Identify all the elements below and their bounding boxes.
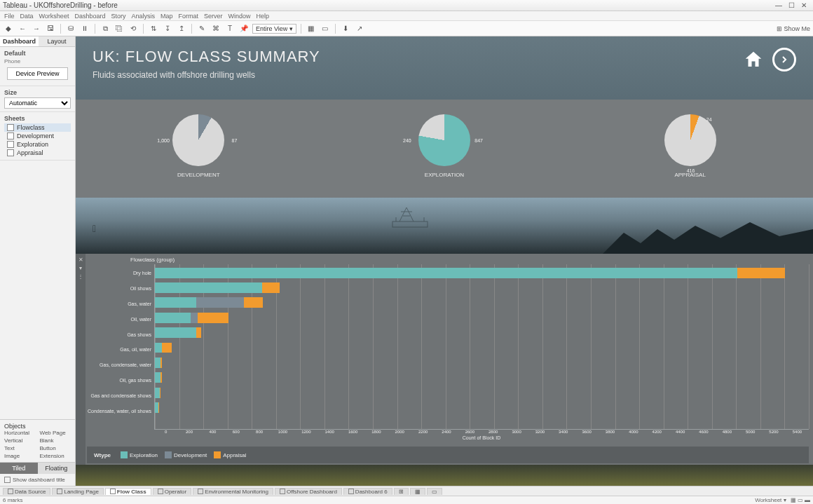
new-worksheet-button[interactable]: ⧉ (100, 23, 111, 34)
menu-dashboard[interactable]: Dashboard (74, 13, 105, 20)
object-image[interactable]: Image (4, 453, 36, 459)
object-vertical[interactable]: Vertical (4, 437, 36, 444)
tiled-button[interactable]: Tiled (0, 463, 38, 474)
bar-row[interactable] (155, 327, 809, 338)
bar-segment-appraisal[interactable] (196, 327, 201, 338)
show-me-button[interactable]: ⊞ Show Me (777, 25, 810, 32)
bar-segment-appraisal[interactable] (160, 388, 160, 398)
pie-appraisal[interactable]: 24 416 APPRAISAL (664, 114, 716, 178)
show-title-checkbox[interactable]: Show dashboard title (0, 474, 75, 486)
bar-row[interactable] (155, 357, 809, 368)
tab-data-source[interactable]: Data Source (3, 488, 50, 495)
device-preview-button[interactable]: Device Preview (7, 67, 68, 80)
bar-row[interactable] (155, 313, 809, 323)
sheet-item-flowclass[interactable]: Flowclass (4, 123, 71, 132)
cards-button[interactable]: ▦ (306, 23, 317, 34)
clear-button[interactable]: ⟲ (128, 23, 139, 34)
back-button[interactable]: ← (17, 23, 28, 34)
tab-landing-page[interactable]: Landing Page (52, 488, 103, 495)
menu-worksheet[interactable]: Worksheet (39, 13, 69, 20)
bar-row[interactable] (155, 282, 809, 293)
share-button[interactable]: ↗ (354, 23, 365, 34)
object-text[interactable]: Text (4, 445, 36, 451)
new-dashboard-tab[interactable]: ▦ (410, 488, 425, 495)
menu-file[interactable]: File (4, 13, 15, 20)
minimize-button[interactable]: — (772, 1, 785, 9)
bar-segment-appraisal[interactable] (737, 268, 785, 278)
more-icon[interactable]: ⋮ (78, 273, 83, 280)
legend-appraisal[interactable]: Appraisal (214, 451, 246, 458)
tab-dashboard[interactable]: Dashboard (0, 36, 39, 46)
tab-environmental[interactable]: Environmental Monitoring (193, 488, 273, 495)
bars-plot-area[interactable] (154, 264, 809, 430)
pause-button[interactable]: ⏸ (79, 23, 90, 34)
next-button[interactable] (772, 48, 796, 71)
object-blank[interactable]: Blank (40, 437, 71, 444)
tab-layout[interactable]: Layout (39, 36, 75, 46)
bar-segment-exploration[interactable] (155, 313, 191, 323)
sheet-item-development[interactable]: Development (4, 132, 71, 140)
bar-row[interactable] (155, 372, 809, 383)
labels-button[interactable]: T (224, 23, 235, 34)
close-icon[interactable]: ✕ (78, 257, 83, 263)
home-icon[interactable] (742, 48, 765, 71)
bar-segment-development[interactable] (196, 297, 244, 308)
bar-segment-appraisal[interactable] (198, 313, 228, 323)
bar-segment-appraisal[interactable] (158, 402, 159, 413)
bar-segment-appraisal[interactable] (160, 372, 162, 383)
size-dropdown[interactable]: Automatic (4, 97, 71, 109)
highlight-button[interactable]: ✎ (196, 23, 207, 34)
object-button[interactable]: Button (40, 445, 71, 451)
bar-segment-exploration[interactable] (155, 388, 160, 398)
bar-segment-appraisal[interactable] (162, 343, 172, 353)
sheet-item-appraisal[interactable]: Appraisal (4, 149, 71, 157)
group-button[interactable]: ⌘ (210, 23, 221, 34)
tab-dashboard-6[interactable]: Dashboard 6 (343, 488, 392, 495)
floating-button[interactable]: Floating (38, 463, 76, 474)
bar-segment-appraisal[interactable] (262, 282, 280, 293)
save-button[interactable]: 🖫 (45, 23, 56, 34)
duplicate-button[interactable]: ⿻ (114, 23, 125, 34)
close-button[interactable]: ✕ (798, 1, 810, 9)
object-extension[interactable]: Extension (40, 453, 71, 459)
swap-button[interactable]: ⇅ (148, 23, 159, 34)
bar-segment-exploration[interactable] (155, 357, 160, 368)
bar-segment-appraisal[interactable] (160, 357, 162, 368)
menu-window[interactable]: Window (228, 13, 251, 20)
status-worksheet-dropdown[interactable]: Worksheet ▾ (755, 497, 786, 503)
bar-segment-exploration[interactable] (155, 282, 262, 293)
chevron-down-icon[interactable]: ▾ (79, 265, 82, 271)
new-datasource-button[interactable]: ⛁ (65, 23, 76, 34)
presentation-button[interactable]: ▭ (320, 23, 331, 34)
bar-segment-appraisal[interactable] (244, 297, 263, 308)
bar-segment-exploration[interactable] (155, 327, 196, 338)
menu-story[interactable]: Story (111, 13, 125, 20)
object-horizontal[interactable]: Horizontal (4, 430, 36, 436)
bar-row[interactable] (155, 388, 809, 398)
menu-map[interactable]: Map (160, 13, 173, 20)
bar-segment-exploration[interactable] (155, 297, 196, 308)
pin-button[interactable]: 📌 (238, 23, 250, 34)
pie-development[interactable]: 1,000 87 DEVELOPMENT (172, 114, 224, 178)
menu-format[interactable]: Format (178, 13, 198, 20)
forward-button[interactable]: → (31, 23, 42, 34)
sheet-item-exploration[interactable]: Exploration (4, 140, 71, 149)
tableau-logo-icon[interactable]: ◆ (3, 23, 14, 34)
legend-development[interactable]: Development (165, 451, 207, 458)
bar-segment-exploration[interactable] (155, 343, 162, 353)
bar-row[interactable] (155, 297, 809, 308)
status-view-icon[interactable]: ▦ ▭ ▬ (791, 497, 810, 503)
chart-handle-bar[interactable]: ✕ ▾ ⋮ (76, 254, 86, 465)
legend-exploration[interactable]: Exploration (121, 451, 158, 458)
bar-segment-development[interactable] (191, 313, 198, 323)
object-webpage[interactable]: Web Page (40, 430, 71, 436)
pie-exploration[interactable]: 240 847 EXPLORATION (418, 114, 470, 178)
tab-offshore-dashboard[interactable]: Offshore Dashboard (275, 488, 342, 495)
bar-segment-exploration[interactable] (155, 372, 160, 383)
maximize-button[interactable]: ☐ (785, 1, 798, 9)
bar-row[interactable] (155, 268, 809, 278)
new-worksheet-tab[interactable]: ⊞ (394, 488, 409, 495)
bar-segment-exploration[interactable] (155, 268, 737, 278)
menu-help[interactable]: Help (257, 13, 270, 20)
menu-server[interactable]: Server (204, 13, 223, 20)
